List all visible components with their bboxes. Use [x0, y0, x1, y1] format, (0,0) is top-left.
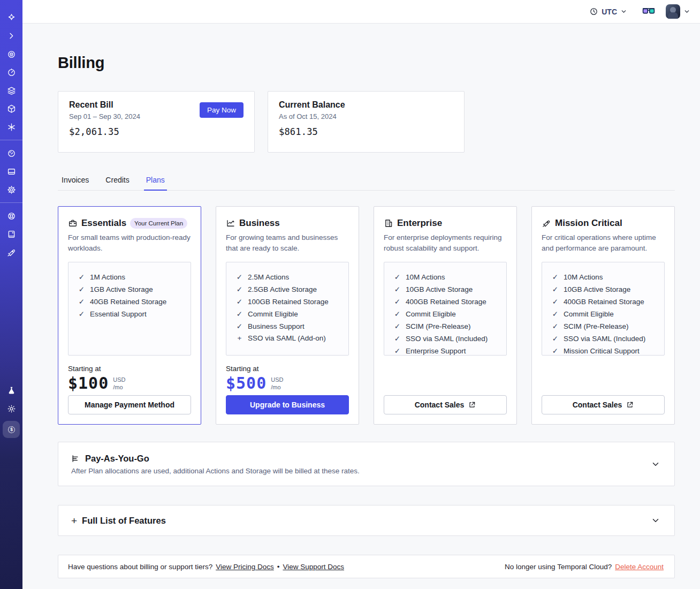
price-label: Starting at [226, 365, 349, 373]
plan-cards: Essentials Your Current Plan For small t… [58, 206, 675, 425]
view-pricing-docs-link[interactable]: View Pricing Docs [216, 563, 274, 571]
price-per: /mo [113, 383, 125, 391]
check-icon: ✓ [78, 297, 85, 306]
feature-item: Commit Eligible [564, 310, 614, 318]
plan-name: Essentials [81, 218, 126, 229]
current-balance-amount: $861.35 [279, 126, 453, 137]
retro-glasses-icon[interactable] [640, 5, 657, 18]
price-per: /mo [271, 383, 283, 391]
button-label: Upgrade to Business [250, 401, 325, 409]
usage-gauge-icon[interactable] [0, 144, 22, 162]
feature-item: 10M Actions [564, 273, 603, 281]
contact-sales-button[interactable]: Contact Sales [542, 395, 665, 414]
feature-item: 2.5GB Active Storage [248, 285, 317, 293]
price-currency: USD [113, 376, 125, 383]
chevron-down-icon [620, 8, 627, 15]
footer-right-question: No longer using Temporal Cloud? [505, 563, 612, 571]
feature-item: 10GB Active Storage [564, 285, 630, 293]
temporal-logo-icon[interactable] [0, 9, 22, 27]
upgrade-business-button[interactable]: Upgrade to Business [226, 395, 349, 414]
rocket-icon [542, 218, 551, 228]
plan-feature-box: ✓10M Actions ✓10GB Active Storage ✓400GB… [542, 262, 665, 356]
external-link-icon [468, 401, 476, 409]
plus-icon: + [236, 334, 243, 342]
current-plan-badge: Your Current Plan [130, 218, 187, 229]
billing-card-icon[interactable] [0, 162, 22, 180]
check-icon: ✓ [552, 346, 559, 355]
settings-gear-icon[interactable] [0, 180, 22, 199]
check-icon: ✓ [236, 297, 243, 306]
feature-item: Commit Eligible [248, 310, 298, 318]
check-icon: ✓ [394, 346, 401, 355]
avatar[interactable] [666, 4, 680, 19]
rates-chart-icon [71, 454, 80, 463]
labs-flask-icon[interactable] [0, 381, 22, 399]
plan-price: Starting at $500 USD/mo [226, 365, 349, 392]
current-balance-asof: As of Oct 15, 2024 [279, 112, 453, 120]
chevron-down-icon [683, 8, 690, 15]
docs-book-icon[interactable] [0, 225, 22, 243]
feature-item: 400GB Retained Storage [564, 298, 644, 306]
feature-item: 400GB Retained Storage [406, 298, 486, 306]
view-support-docs-link[interactable]: View Support Docs [283, 563, 344, 571]
feature-item: 100GB Retained Storage [248, 298, 329, 306]
support-lifebuoy-icon[interactable] [0, 207, 22, 225]
sidebar-divider [0, 140, 22, 140]
feature-item: 1M Actions [90, 273, 125, 281]
toolbox-icon [68, 218, 78, 228]
tab-invoices[interactable]: Invoices [60, 172, 90, 190]
feature-item: 2.5M Actions [248, 273, 289, 281]
feature-item: SSO via SAML (Included) [564, 335, 645, 343]
namespaces-icon[interactable] [0, 45, 22, 63]
feature-item: Business Support [248, 322, 305, 330]
manage-payment-button[interactable]: Manage Payment Method [68, 395, 191, 414]
clock-icon [589, 7, 598, 16]
deployments-layers-icon[interactable] [0, 81, 22, 100]
check-icon: ✓ [236, 309, 243, 318]
check-icon: ✓ [78, 309, 85, 318]
billing-active-dollar-icon[interactable]: $ [3, 421, 20, 438]
getting-started-rocket-icon[interactable] [0, 243, 22, 261]
price-amount: $100 [68, 374, 109, 392]
collapse-chevron-icon[interactable] [0, 27, 22, 45]
nexus-asterisk-icon[interactable] [0, 118, 22, 136]
feature-item: 10GB Active Storage [406, 285, 473, 293]
footer-question: Have questions about billing or support … [68, 563, 212, 571]
check-icon: ✓ [394, 297, 401, 306]
delete-account-link[interactable]: Delete Account [615, 563, 664, 571]
feature-item: SCIM (Pre-Release) [564, 322, 629, 330]
check-icon: ✓ [552, 285, 559, 293]
main-content: Billing Recent Bill Sep 01 – Sep 30, 202… [22, 24, 700, 589]
feature-item: SCIM (Pre-Release) [406, 322, 471, 330]
button-label: Contact Sales [415, 401, 465, 409]
pay-now-button[interactable]: Pay Now [200, 102, 244, 118]
chevron-down-icon[interactable] [651, 516, 660, 525]
feature-item: 10M Actions [406, 273, 445, 281]
contact-sales-button[interactable]: Contact Sales [384, 395, 507, 414]
tab-plans[interactable]: Plans [145, 172, 166, 190]
check-icon: ✓ [552, 309, 559, 318]
feature-item: 1GB Active Storage [90, 285, 153, 293]
plan-feature-box: ✓10M Actions ✓10GB Active Storage ✓400GB… [384, 262, 507, 356]
sidebar-bottom-group: $ [0, 381, 22, 438]
check-icon: ✓ [236, 273, 243, 281]
plan-card-business: Business For growing teams and businesse… [216, 206, 359, 425]
price-label: Starting at [68, 365, 191, 373]
full-features-accordion[interactable]: + Full List of Features [58, 505, 675, 536]
theme-sun-icon[interactable] [0, 399, 22, 418]
feature-item: Enterprise Support [406, 347, 466, 355]
payg-accordion[interactable]: Pay-As-You-Go After Plan allocations are… [58, 442, 675, 486]
workflows-cube-icon[interactable] [0, 100, 22, 118]
feature-item: Essential Support [90, 310, 147, 318]
top-bar: UTC [22, 0, 700, 24]
tab-credits[interactable]: Credits [104, 172, 130, 190]
feature-item: 40GB Retained Storage [90, 298, 166, 306]
schedules-icon[interactable] [0, 63, 22, 81]
check-icon: ✓ [552, 273, 559, 281]
check-icon: ✓ [394, 273, 401, 281]
chevron-down-icon[interactable] [651, 459, 660, 469]
account-menu[interactable] [666, 4, 690, 19]
feature-item: Commit Eligible [406, 310, 456, 318]
external-link-icon [626, 401, 634, 409]
timezone-selector[interactable]: UTC [586, 5, 630, 18]
